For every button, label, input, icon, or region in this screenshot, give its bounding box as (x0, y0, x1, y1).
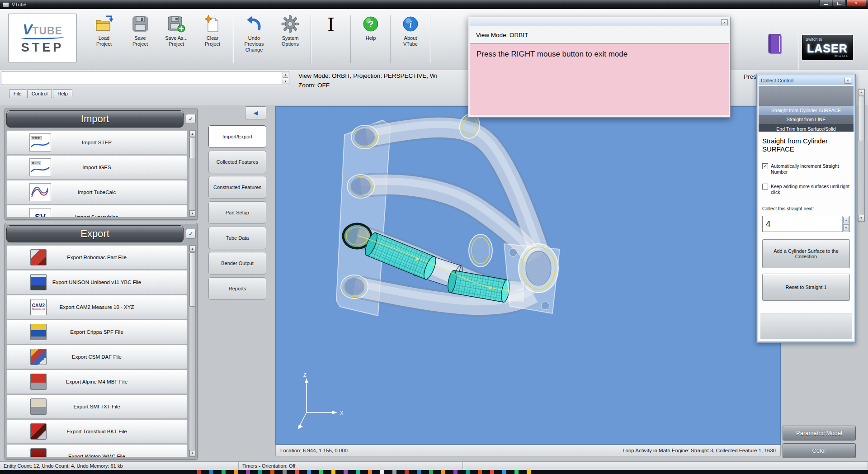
text-cursor-button[interactable]: I (314, 12, 348, 67)
undo-previous-change-button[interactable]: Undo Previous Change (236, 12, 272, 67)
collapse-panel-button[interactable]: ◀ (245, 106, 266, 119)
spinner-down-icon[interactable]: ▼ (843, 224, 849, 231)
scroll-down-icon[interactable]: ▼ (189, 210, 195, 217)
keep-adding-checkbox-row[interactable]: Keep adding more surfaces until right cl… (762, 184, 850, 195)
popup-titlebar[interactable]: × (470, 19, 729, 26)
taskbar-icon[interactable] (368, 470, 372, 474)
taskbar-icon[interactable] (222, 470, 226, 474)
export-csm-button[interactable]: Export CSM DAF File (6, 345, 187, 369)
import-step-button[interactable]: STEP Import STEP (6, 130, 187, 155)
export-alpine-button[interactable]: Export Alpine M4 MBF File (6, 370, 187, 394)
taskbar-icon[interactable] (295, 470, 299, 474)
keep-adding-checkbox[interactable] (762, 184, 768, 190)
taskbar-icon[interactable] (307, 470, 311, 474)
taskbar-icon[interactable] (234, 470, 238, 474)
maximize-button[interactable] (833, 0, 846, 7)
collect-close-button[interactable]: × (844, 78, 851, 84)
spinner-up-icon[interactable]: ▲ (283, 72, 288, 78)
straight-number-value[interactable]: 4 (763, 216, 842, 232)
taskbar-icon[interactable] (527, 470, 531, 474)
spinner-up-icon[interactable]: ▲ (843, 217, 849, 223)
taskbar-icon[interactable] (405, 470, 409, 474)
taskbar-icon[interactable] (270, 470, 274, 474)
add-cylinder-surface-button[interactable]: Add a Cylinder Surface to the Collection (762, 239, 850, 268)
export-smi-button[interactable]: Export SMI TXT File (6, 394, 187, 419)
import-tubecalc-button[interactable]: Import TubeCalc (6, 180, 187, 204)
tab-reports[interactable]: Reports (208, 277, 266, 300)
taskbar-icon[interactable] (197, 470, 201, 474)
clear-project-button[interactable]: Clear Project (194, 12, 231, 67)
tab-constructed-features[interactable]: Constructed Features (208, 176, 266, 199)
taskbar[interactable] (0, 470, 868, 474)
scroll-down-icon[interactable]: ▼ (858, 215, 864, 221)
taskbar-icon[interactable] (344, 470, 348, 474)
project-combobox[interactable]: ▲ ▼ (2, 71, 289, 85)
color-button[interactable]: Color (783, 443, 856, 458)
auto-increment-checkbox[interactable]: ✓ (762, 163, 768, 169)
tab-bender-output[interactable]: Bender Output (208, 252, 266, 275)
import-supravision-button[interactable]: SV Import Supravision (6, 205, 187, 217)
method-end-trim[interactable]: End Trim from Surface/Solid (759, 124, 854, 132)
export-scrollbar-thumb[interactable] (189, 252, 195, 307)
titlebar[interactable]: VTube × (0, 0, 868, 9)
taskbar-icon[interactable] (490, 470, 494, 474)
save-project-button[interactable]: Save Project (122, 12, 158, 67)
scroll-down-icon[interactable]: ▼ (189, 450, 195, 456)
tab-part-setup[interactable]: Part Setup (208, 201, 266, 224)
tab-tube-data[interactable]: Tube Data (208, 227, 266, 249)
export-crippa-button[interactable]: Export Crippa SPF File (6, 320, 187, 344)
spinner-down-icon[interactable]: ▼ (283, 79, 288, 85)
taskbar-icon[interactable] (380, 470, 384, 474)
taskbar-icon[interactable] (258, 470, 262, 474)
import-scrollbar-thumb[interactable] (189, 137, 195, 158)
close-button[interactable]: × (846, 0, 866, 7)
taskbar-icon[interactable] (331, 470, 335, 474)
taskbar-icon[interactable] (356, 470, 360, 474)
scroll-up-icon[interactable]: ▲ (189, 246, 195, 252)
project-combobox-input[interactable] (2, 71, 282, 85)
system-options-button[interactable]: System Options (272, 12, 308, 67)
taskbar-icon[interactable] (392, 470, 396, 474)
collect-method-list[interactable]: Straight from Cylinder SURFACE Straight … (759, 86, 854, 132)
taskbar-icon[interactable] (429, 470, 433, 474)
taskbar-icon[interactable] (417, 470, 421, 474)
right-scrollbar-thumb[interactable] (858, 96, 864, 141)
popup-close-button[interactable]: × (721, 19, 728, 25)
scroll-up-icon[interactable]: ▲ (189, 131, 195, 137)
about-vtube-button[interactable]: i About VTube (393, 12, 428, 67)
right-panel-scrollbar[interactable]: ▲ ▼ (858, 89, 865, 222)
method-straight-from-cylinder-surface[interactable]: Straight from Cylinder SURFACE (759, 106, 854, 115)
switch-to-laser-mode-button[interactable]: Switch to LASER MODE (802, 35, 853, 60)
export-panel-options-button[interactable]: ✓ (186, 229, 196, 239)
help-button[interactable]: ? Help (354, 12, 388, 67)
import-iges-button[interactable]: IGES Import IGES (6, 155, 187, 180)
taskbar-icon[interactable] (209, 470, 213, 474)
menu-control[interactable]: Control (27, 89, 52, 98)
taskbar-icon[interactable] (514, 470, 519, 474)
straight-number-input[interactable]: 4 ▲ ▼ (762, 216, 850, 232)
taskbar-icon[interactable] (466, 470, 470, 474)
tab-collected-features[interactable]: Collected Features (208, 151, 266, 173)
taskbar-icon[interactable] (502, 470, 506, 474)
export-unison-button[interactable]: Export UNISON Unibend v11 YBC File (6, 270, 187, 294)
manual-book-button[interactable] (767, 33, 783, 56)
export-cam2-button[interactable]: CAM2 Measure 10 Export CAM2 Measure 10 -… (6, 295, 187, 319)
taskbar-icon[interactable] (283, 470, 287, 474)
taskbar-icon[interactable] (453, 470, 458, 474)
taskbar-icon[interactable] (246, 470, 250, 474)
export-scrollbar[interactable]: ▲ ▼ (189, 245, 196, 457)
export-winton-button[interactable]: Export Winton WMC File (6, 444, 187, 457)
export-robomac-button[interactable]: Export Robomac Part File (6, 245, 187, 270)
export-transfluid-button[interactable]: Export Transfluid BKT File (6, 419, 187, 444)
reset-to-straight-1-button[interactable]: Reset to Straight 1 (762, 274, 850, 301)
method-straight-from-line[interactable]: Straight from LINE (759, 115, 854, 124)
import-panel-options-button[interactable]: ✓ (186, 114, 196, 124)
save-as-project-button[interactable]: Save As... Project (158, 12, 194, 67)
menu-help[interactable]: Help (53, 89, 72, 98)
parametric-model-button[interactable]: Parametric Model (783, 426, 856, 441)
taskbar-icon[interactable] (319, 470, 323, 474)
tab-import-export[interactable]: Import/Export (208, 125, 266, 148)
import-scrollbar[interactable]: ▲ ▼ (189, 130, 196, 217)
collect-control-titlebar[interactable]: Collect Control × (759, 76, 854, 85)
scroll-up-icon[interactable]: ▲ (858, 89, 864, 95)
